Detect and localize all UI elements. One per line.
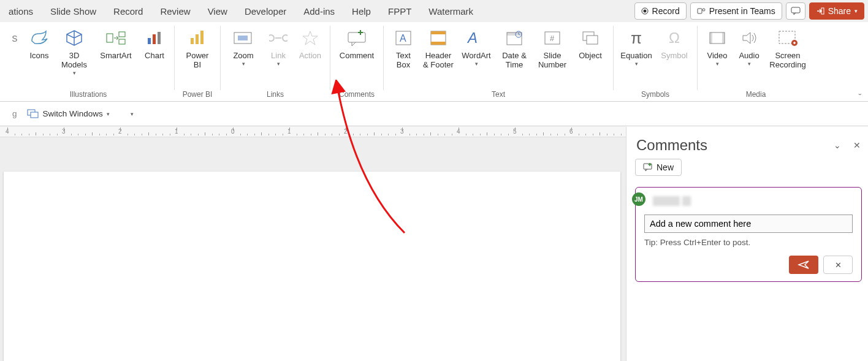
svg-point-3 [702, 9, 705, 11]
tab-watermark[interactable]: Watermark [420, 0, 482, 22]
share-button[interactable]: Share ▾ [809, 2, 864, 20]
chevron-down-icon: ▾ [716, 61, 719, 67]
chevron-down-icon: ▾ [73, 70, 76, 76]
bird-icon [29, 29, 50, 47]
group-label-text: Text [492, 89, 505, 100]
ribbon-item-datetime[interactable]: Date & Time [495, 25, 533, 72]
tab-record[interactable]: Record [105, 0, 151, 22]
speech-bubble-icon [791, 7, 801, 15]
present-in-teams-button[interactable]: Present in Teams [690, 2, 782, 20]
star-icon [302, 30, 319, 46]
ribbon-item-3dmodels[interactable]: 3D Models ▾ [55, 25, 93, 78]
comments-toggle-button[interactable] [786, 2, 805, 20]
ribbon-item-audio[interactable]: Audio ▾ [733, 25, 765, 69]
cancel-comment-button[interactable]: ✕ [823, 256, 853, 274]
svg-rect-2 [698, 9, 702, 13]
comment-label: Comment [340, 51, 374, 61]
group-comments: Comment Comments [330, 22, 383, 101]
record-button[interactable]: Record [634, 2, 687, 20]
ribbon-item-headerfooter[interactable]: Header & Footer [419, 25, 457, 72]
secondary-toolbar: g Switch Windows ▾ ▾ [0, 102, 868, 126]
ribbon-collapse-button[interactable]: ⌄ [857, 90, 863, 96]
tab-fppt[interactable]: FPPT [379, 0, 420, 22]
svg-text:A: A [466, 29, 478, 46]
smartart-label: SmartArt [100, 51, 131, 61]
screen-label: Screen Recording [769, 51, 805, 70]
chevron-down-icon: ▾ [242, 61, 245, 67]
ribbon-item-cut-s[interactable]: s [6, 25, 23, 63]
svg-rect-33 [722, 32, 725, 44]
ribbon-item-object[interactable]: Object [571, 25, 609, 63]
svg-rect-9 [148, 38, 151, 44]
icons-label: Icons [29, 51, 48, 61]
comment-input[interactable] [644, 215, 853, 233]
ribbon-item-smartart[interactable]: SmartArt [93, 25, 139, 63]
svg-rect-37 [31, 112, 38, 118]
zoom-label: Zoom [233, 51, 253, 61]
group-text: A Text Box Header & Footer A WordArt ▾ D… [384, 22, 613, 101]
slide-canvas[interactable] [4, 172, 620, 361]
pane-settings-chevron-icon[interactable]: ⌄ [834, 140, 841, 150]
share-label: Share [828, 6, 851, 16]
slide-workspace [0, 137, 626, 361]
group-symbols: π Equation ▾ Ω Symbol Symbols [614, 22, 697, 101]
ribbon-item-icons[interactable]: Icons [23, 25, 55, 63]
new-comment-icon [346, 29, 368, 47]
audio-label: Audio [739, 51, 759, 61]
partial-s-icon: s [12, 32, 18, 45]
comments-pane: Comments ⌄ ✕ New JM Tip: Press Ctrl+Ente… [626, 127, 868, 361]
ribbon-item-equation[interactable]: π Equation ▾ [617, 25, 655, 69]
chevron-down-icon: ▾ [635, 61, 638, 67]
models-label: 3D Models [61, 51, 87, 70]
comments-pane-title: Comments [636, 137, 707, 154]
windows-icon [27, 109, 39, 119]
tab-partial[interactable]: ations [0, 0, 42, 22]
svg-text:A: A [400, 33, 406, 44]
slidenumber-icon: # [543, 29, 562, 47]
tab-slideshow[interactable]: Slide Show [42, 0, 105, 22]
filmstrip-icon [708, 30, 726, 46]
link-icon [269, 32, 287, 44]
post-comment-button[interactable] [789, 256, 818, 274]
tab-review[interactable]: Review [151, 0, 199, 22]
svg-rect-10 [153, 34, 156, 44]
tab-view[interactable]: View [199, 0, 236, 22]
ribbon-item-chart[interactable]: Chart [139, 25, 170, 63]
slidenumber-label: Slide Number [538, 51, 566, 70]
pane-close-icon[interactable]: ✕ [853, 140, 861, 150]
send-icon [798, 260, 810, 270]
ribbon-item-wordart[interactable]: A WordArt ▾ [457, 25, 495, 69]
horizontal-ruler: 43210123456 [0, 126, 626, 137]
new-comment-button[interactable]: New [635, 159, 682, 176]
ribbon-item-zoom[interactable]: Zoom ▾ [224, 25, 262, 69]
overflow-chevron-icon[interactable]: ▾ [131, 111, 134, 117]
screenrecord-icon [777, 29, 798, 47]
speaker-icon [740, 30, 758, 46]
record-label: Record [652, 6, 680, 16]
group-label-symbols: Symbols [641, 89, 669, 100]
ribbon-item-slidenumber[interactable]: # Slide Number [533, 25, 571, 72]
group-media: Video ▾ Audio ▾ Screen Recording Media [698, 22, 814, 101]
record-dot-icon [641, 7, 649, 15]
equation-label: Equation [620, 51, 652, 61]
ribbon: s Icons 3D Models ▾ SmartArt Chart Illus… [0, 22, 868, 102]
chevron-down-icon: ▾ [277, 61, 280, 67]
group-illustrations: s Icons 3D Models ▾ SmartArt Chart Illus… [2, 22, 174, 101]
ribbon-item-powerbi[interactable]: Power BI [178, 25, 216, 72]
partial-label: g [12, 109, 17, 118]
tab-help[interactable]: Help [343, 0, 379, 22]
new-label: New [657, 162, 674, 172]
switch-windows-button[interactable]: Switch Windows ▾ [23, 108, 113, 120]
group-label-illustrations: Illustrations [70, 89, 107, 100]
ribbon-item-video[interactable]: Video ▾ [701, 25, 733, 69]
symbol-label: Symbol [661, 51, 687, 61]
ribbon-item-screenrecording[interactable]: Screen Recording [765, 25, 810, 72]
ribbon-item-textbox[interactable]: A Text Box [387, 25, 419, 72]
tab-developer[interactable]: Developer [236, 0, 295, 22]
ribbon-item-comment[interactable]: Comment [334, 25, 379, 63]
svg-rect-13 [196, 34, 199, 44]
svg-rect-16 [238, 36, 248, 40]
switch-label: Switch Windows [43, 109, 103, 118]
video-label: Video [707, 51, 727, 61]
tab-addins[interactable]: Add-ins [295, 0, 343, 22]
